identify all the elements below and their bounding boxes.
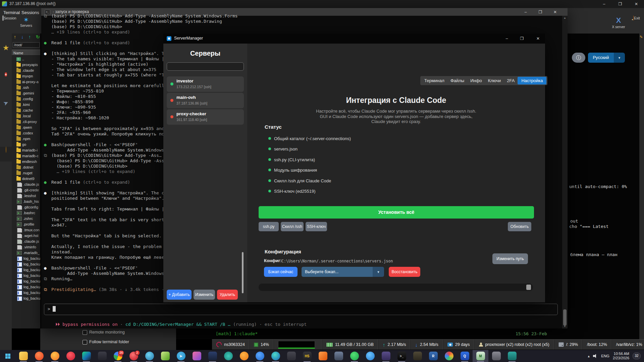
file-item[interactable]: .local [12, 113, 40, 119]
file-item[interactable]: .git-crede [12, 187, 40, 193]
file-item[interactable]: .qwen [12, 125, 40, 130]
taskbar-app[interactable] [410, 350, 425, 362]
file-item[interactable]: .. [12, 56, 40, 62]
delete-server-button[interactable]: Удалить [217, 290, 238, 300]
taskbar-app[interactable] [205, 350, 220, 362]
taskbar-app[interactable] [504, 350, 520, 362]
exit-button[interactable]: Exit [630, 16, 643, 20]
servers-button[interactable]: ✶ Servers [18, 16, 34, 27]
maximize-icon[interactable]: ❐ [516, 35, 528, 42]
download-icon[interactable]: ↓ [21, 34, 23, 40]
server-search-input[interactable] [167, 62, 244, 71]
taskbar-app[interactable]: 26 [110, 350, 126, 362]
sidebar-scrollbar-thumb[interactable] [242, 252, 244, 293]
add-server-button[interactable]: + Добавить [167, 290, 192, 300]
terminal-scrollbar[interactable]: ▲ ▼ [562, 16, 568, 328]
file-item[interactable]: .tmux.con [12, 227, 40, 233]
file-item[interactable]: log_backu [12, 296, 40, 301]
keyboard-language[interactable]: ENG [601, 354, 609, 358]
menu-sessions[interactable]: Sessions [21, 10, 39, 15]
maximize-icon[interactable]: ❐ [534, 9, 547, 15]
scrollbar-thumb[interactable] [526, 285, 531, 290]
file-item[interactable]: .npm [12, 136, 40, 142]
tab[interactable]: Инфо [467, 77, 485, 84]
file-item[interactable]: .nuget [12, 170, 40, 176]
tab[interactable]: Настройка [518, 77, 546, 84]
file-item[interactable]: log_backu [12, 256, 40, 261]
close-icon[interactable]: ✕ [532, 35, 544, 42]
volume-icon[interactable] [593, 354, 598, 358]
taskbar-app[interactable]: Q [457, 350, 473, 362]
ssh-py-button[interactable]: ssh.py [259, 222, 279, 231]
maximize-icon[interactable]: ❐ [614, 1, 627, 7]
minimize-icon[interactable]: – [598, 1, 610, 7]
file-item[interactable]: .mariadb_ [12, 250, 40, 256]
file-item[interactable]: log_backu [12, 284, 40, 290]
taskbar-app[interactable]: >_ [394, 350, 410, 362]
close-icon[interactable]: ✕ [549, 9, 561, 15]
taskbar-app[interactable] [220, 350, 236, 362]
file-item[interactable]: mariadb-c [12, 153, 40, 159]
file-item[interactable]: .codex [12, 130, 40, 136]
language-select[interactable]: Русский [588, 53, 614, 63]
tab[interactable]: Файлы [447, 77, 467, 84]
file-item[interactable]: .wget-hst [12, 233, 40, 239]
taskbar-app[interactable] [346, 350, 362, 362]
xserver-button[interactable]: X X server [609, 16, 628, 29]
info-button[interactable]: ⓘ [572, 53, 585, 63]
session-button[interactable]: Session [1, 16, 17, 20]
file-item[interactable]: .lesshst [12, 193, 40, 199]
taskbar-app[interactable] [15, 350, 31, 362]
menu-terminal[interactable]: Terminal [3, 10, 20, 15]
file-item[interactable]: mariadb-i [12, 147, 40, 153]
file-item[interactable]: .cache [12, 108, 40, 113]
path-input[interactable] [13, 42, 40, 48]
taskbar-app[interactable] [331, 350, 346, 362]
file-item[interactable]: log_backu [12, 267, 40, 273]
taskbar-app[interactable] [283, 350, 299, 362]
file-item[interactable]: .zshrc [12, 216, 40, 222]
server-card[interactable]: main-ovh 37.187.136.86 [ssh] [167, 93, 244, 108]
ssh-key-button[interactable]: SSH-ключ [306, 222, 327, 231]
taskbar-app[interactable] [362, 350, 378, 362]
start-button[interactable] [0, 350, 15, 362]
taskbar-app[interactable] [31, 350, 47, 362]
refresh-icon[interactable]: ↻ [36, 34, 40, 40]
file-item[interactable]: log_backu [12, 273, 40, 279]
horizontal-scrollbar[interactable] [259, 284, 533, 291]
tray-expand-icon[interactable]: ▴ [588, 354, 590, 358]
change-path-button[interactable]: Изменить путь [492, 253, 528, 264]
file-item[interactable]: .gemini [12, 90, 40, 96]
taskbar-app[interactable] [189, 350, 205, 362]
restore-button[interactable]: Восстановить [389, 267, 420, 277]
install-all-button[interactable]: Установить всё [259, 206, 534, 219]
backup-now-button[interactable]: Бэкап сейчас [264, 267, 298, 277]
server-card[interactable]: proxy-checker 161.97.118.40 [ssh] [167, 109, 244, 125]
file-item[interactable]: .claude.js [12, 239, 40, 244]
taskbar-app[interactable]: ➤ [173, 350, 189, 362]
file-item[interactable]: .dotnet [12, 165, 40, 170]
taskbar-app[interactable] [252, 350, 268, 362]
chevron-down-icon[interactable]: ▾ [373, 267, 384, 277]
file-item[interactable]: endlessh [12, 159, 40, 165]
notification-center[interactable]: 32 [633, 353, 641, 359]
file-item[interactable]: log_backu [12, 290, 40, 296]
sessions-dock-icon[interactable]: ★ [0, 44, 12, 58]
file-item[interactable]: .claude [12, 68, 40, 73]
taskbar-app[interactable] [142, 350, 157, 362]
tab[interactable]: Ключи [485, 77, 504, 84]
taskbar-app[interactable] [315, 350, 331, 362]
pencil-icon[interactable]: ✎ [640, 35, 643, 39]
file-item[interactable]: .ssh [12, 85, 40, 90]
edit-server-button[interactable]: Изменить [194, 290, 215, 300]
taskbar-app[interactable] [63, 350, 78, 362]
close-icon[interactable]: ✕ [630, 1, 643, 7]
taskbar-app[interactable] [78, 350, 94, 362]
file-item[interactable]: log_backu [12, 261, 40, 267]
skill-ssh-button[interactable]: Скилл /ssh [281, 222, 304, 231]
file-item[interactable]: .profile [12, 222, 40, 227]
file-item[interactable]: .config [12, 96, 40, 102]
taskbar-app[interactable] [488, 350, 504, 362]
taskbar-app[interactable]: 2 [126, 350, 142, 362]
chevron-down-icon[interactable]: ▾ [614, 53, 625, 63]
